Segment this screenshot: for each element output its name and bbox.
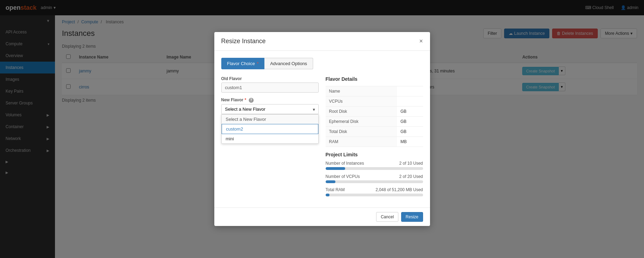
- resize-button[interactable]: Resize: [401, 212, 423, 222]
- flavor-dropdown-popup: Select a New Flavor custom2 mini: [221, 114, 319, 144]
- limit-item-0: Number of Instances 2 of 10 Used: [326, 161, 423, 170]
- flavor-detail-value-5: MB: [397, 137, 423, 147]
- new-flavor-wrapper: Select a New Flavor custom2 mini ▾ Selec…: [221, 104, 319, 114]
- modal-title: Resize Instance: [221, 38, 266, 45]
- limit-label-1: Number of VCPUs: [326, 174, 360, 179]
- limit-bar-0: [326, 167, 345, 170]
- flavor-detail-key-1: VCPUs: [326, 96, 397, 107]
- limit-used-0: 2 of 10 Used: [399, 161, 423, 166]
- modal-overlay[interactable]: Resize Instance × Flavor Choice * Advanc…: [0, 0, 644, 258]
- old-flavor-group: Old Flavor: [221, 76, 319, 93]
- project-limits: Project Limits Number of Instances 2 of …: [326, 152, 423, 196]
- flavor-detail-key-2: Root Disk: [326, 107, 397, 117]
- flavor-choice-required-star: *: [256, 61, 259, 66]
- new-flavor-group: New Flavor * ? Select a New Flavor custo…: [221, 97, 319, 114]
- modal-col-left: Old Flavor New Flavor * ? Select a New F: [221, 76, 319, 201]
- modal-tabs: Flavor Choice * Advanced Options: [221, 58, 423, 69]
- new-flavor-label: New Flavor * ?: [221, 97, 319, 103]
- modal-columns: Old Flavor New Flavor * ? Select a New F: [221, 76, 423, 201]
- limit-header-0: Number of Instances 2 of 10 Used: [326, 161, 423, 166]
- limit-item-2: Total RAM 2,048 of 51,200 MB Used: [326, 187, 423, 196]
- limit-bar-bg-1: [326, 180, 423, 183]
- new-flavor-required-star: *: [245, 97, 246, 102]
- modal-col-right: Flavor Details Name VCPUs Root Disk GB E…: [326, 76, 423, 201]
- modal-body: Flavor Choice * Advanced Options Old Fla…: [214, 51, 430, 208]
- flavor-detail-key-3: Ephemeral Disk: [326, 117, 397, 127]
- tab-advanced-options[interactable]: Advanced Options: [264, 58, 313, 69]
- flavor-details-title: Flavor Details: [326, 76, 423, 82]
- flavor-detail-value-2: GB: [397, 107, 423, 117]
- limit-bar-1: [326, 180, 335, 183]
- flavor-detail-value-3: GB: [397, 117, 423, 127]
- dropdown-item-custom2[interactable]: custom2: [222, 124, 318, 134]
- cancel-button[interactable]: Cancel: [376, 212, 398, 222]
- flavor-unit-4: GB: [400, 129, 406, 134]
- flavor-details-table: Name VCPUs Root Disk GB Ephemeral Disk G…: [326, 86, 423, 147]
- flavor-detail-row: Ephemeral Disk GB: [326, 117, 423, 127]
- limit-used-2: 2,048 of 51,200 MB Used: [375, 187, 423, 192]
- flavor-detail-row: Root Disk GB: [326, 107, 423, 117]
- modal: Resize Instance × Flavor Choice * Advanc…: [214, 32, 430, 226]
- flavor-detail-value-0: [397, 86, 423, 96]
- flavor-details: Flavor Details Name VCPUs Root Disk GB E…: [326, 76, 423, 147]
- limit-label-0: Number of Instances: [326, 161, 364, 166]
- old-flavor-input: [221, 83, 319, 93]
- tab-flavor-choice[interactable]: Flavor Choice *: [221, 58, 265, 69]
- limit-item-1: Number of VCPUs 2 of 20 Used: [326, 174, 423, 183]
- flavor-unit-3: GB: [400, 119, 406, 124]
- limit-label-2: Total RAM: [326, 187, 345, 192]
- flavor-detail-row: VCPUs: [326, 96, 423, 107]
- new-flavor-help-icon[interactable]: ?: [249, 98, 254, 103]
- flavor-detail-key-0: Name: [326, 86, 397, 96]
- flavor-unit-5: MB: [400, 139, 407, 144]
- flavor-unit-2: GB: [400, 109, 406, 114]
- flavor-detail-key-5: RAM: [326, 137, 397, 147]
- flavor-detail-row: RAM MB: [326, 137, 423, 147]
- modal-close-button[interactable]: ×: [419, 38, 423, 45]
- flavor-detail-row: Name: [326, 86, 423, 96]
- flavor-detail-key-4: Total Disk: [326, 127, 397, 137]
- limit-header-2: Total RAM 2,048 of 51,200 MB Used: [326, 187, 423, 192]
- limit-bar-bg-2: [326, 194, 423, 196]
- new-flavor-select[interactable]: Select a New Flavor custom2 mini: [221, 104, 319, 114]
- dropdown-header: Select a New Flavor: [222, 115, 318, 124]
- limit-bar-2: [326, 194, 329, 196]
- limit-used-1: 2 of 20 Used: [399, 174, 423, 179]
- flavor-detail-value-4: GB: [397, 127, 423, 137]
- old-flavor-label: Old Flavor: [221, 76, 319, 81]
- flavor-detail-row: Total Disk GB: [326, 127, 423, 137]
- limit-bar-bg-0: [326, 167, 423, 170]
- project-limits-title: Project Limits: [326, 152, 423, 157]
- limit-header-1: Number of VCPUs 2 of 20 Used: [326, 174, 423, 179]
- dropdown-item-mini[interactable]: mini: [222, 134, 318, 143]
- project-limits-container: Number of Instances 2 of 10 Used Number …: [326, 161, 423, 196]
- modal-header: Resize Instance ×: [214, 32, 430, 51]
- flavor-detail-value-1: [397, 96, 423, 107]
- modal-footer: Cancel Resize: [214, 208, 430, 226]
